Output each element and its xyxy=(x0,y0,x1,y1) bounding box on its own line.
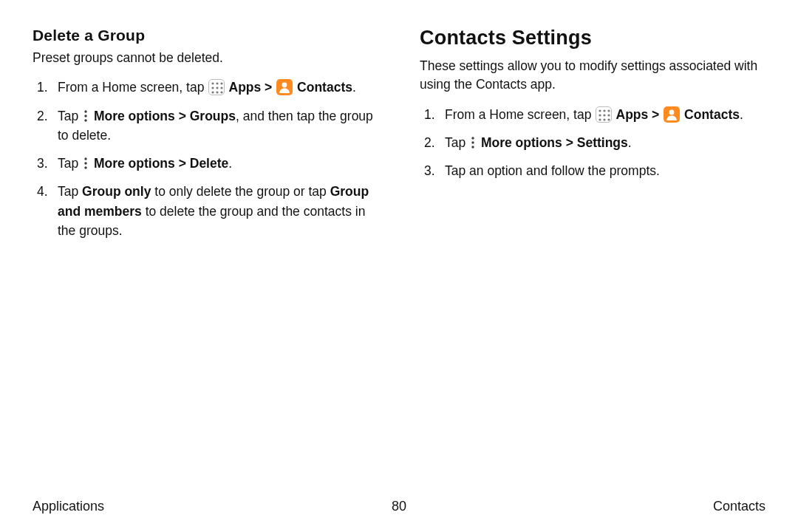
separator: > xyxy=(175,156,190,171)
text: From a Home screen, tap xyxy=(445,107,595,122)
steps-contacts-settings: From a Home screen, tap Apps > Contacts.… xyxy=(420,105,765,181)
apps-icon xyxy=(596,106,612,123)
text: From a Home screen, tap xyxy=(58,80,208,95)
apps-icon xyxy=(208,79,225,95)
more-options-icon xyxy=(82,109,89,123)
text: Tap xyxy=(58,156,82,171)
footer-right: Contacts xyxy=(713,499,765,514)
footer-left: Applications xyxy=(33,499,104,514)
text: . xyxy=(228,156,232,171)
step-4: Tap Group only to only delete the group … xyxy=(33,182,378,240)
more-options-icon xyxy=(82,156,89,171)
separator: > xyxy=(562,135,577,150)
step-2: Tap More options > Settings. xyxy=(420,133,765,152)
text: Tap xyxy=(58,184,82,199)
step-3: Tap More options > Delete. xyxy=(33,154,378,173)
steps-delete-group: From a Home screen, tap Apps > Contacts.… xyxy=(33,78,378,240)
more-options-icon xyxy=(469,135,477,150)
text: Tap an option and follow the prompts. xyxy=(445,163,660,178)
text: . xyxy=(352,80,356,95)
lead-contacts-settings: These settings allow you to modify setti… xyxy=(420,57,765,95)
heading-contacts-settings: Contacts Settings xyxy=(420,27,765,50)
label-delete: Delete xyxy=(190,156,229,171)
page-footer: Applications 80 Contacts xyxy=(0,499,798,514)
page-body: Delete a Group Preset groups cannot be d… xyxy=(0,0,798,249)
label-apps: Apps xyxy=(225,80,261,95)
label-contacts: Contacts xyxy=(293,80,352,95)
contacts-icon xyxy=(276,79,293,95)
footer-page-number: 80 xyxy=(392,499,406,514)
text: . xyxy=(628,135,632,150)
text: Tap xyxy=(445,135,469,150)
text: . xyxy=(740,107,743,122)
label-settings: Settings xyxy=(577,135,628,150)
section-contacts-settings: Contacts Settings These settings allow y… xyxy=(420,27,765,249)
label-more-options: More options xyxy=(90,109,175,123)
text: to only delete the group or tap xyxy=(151,184,330,199)
step-2: Tap More options > Groups, and then tap … xyxy=(33,106,378,146)
label-group-only: Group only xyxy=(82,184,151,199)
section-delete-group: Delete a Group Preset groups cannot be d… xyxy=(33,27,378,249)
lead-delete-group: Preset groups cannot be deleted. xyxy=(33,49,378,67)
step-3: Tap an option and follow the prompts. xyxy=(420,161,765,180)
label-more-options: More options xyxy=(90,156,175,171)
step-1: From a Home screen, tap Apps > Contacts. xyxy=(420,105,765,124)
text: Tap xyxy=(58,109,82,123)
label-contacts: Contacts xyxy=(681,107,740,122)
label-groups: Groups xyxy=(190,109,236,123)
contacts-icon xyxy=(664,106,680,123)
separator: > xyxy=(648,107,663,122)
label-apps: Apps xyxy=(613,107,648,122)
step-1: From a Home screen, tap Apps > Contacts. xyxy=(33,78,378,97)
separator: > xyxy=(175,109,190,123)
heading-delete-group: Delete a Group xyxy=(33,27,378,44)
separator: > xyxy=(261,80,276,95)
label-more-options: More options xyxy=(477,135,562,150)
